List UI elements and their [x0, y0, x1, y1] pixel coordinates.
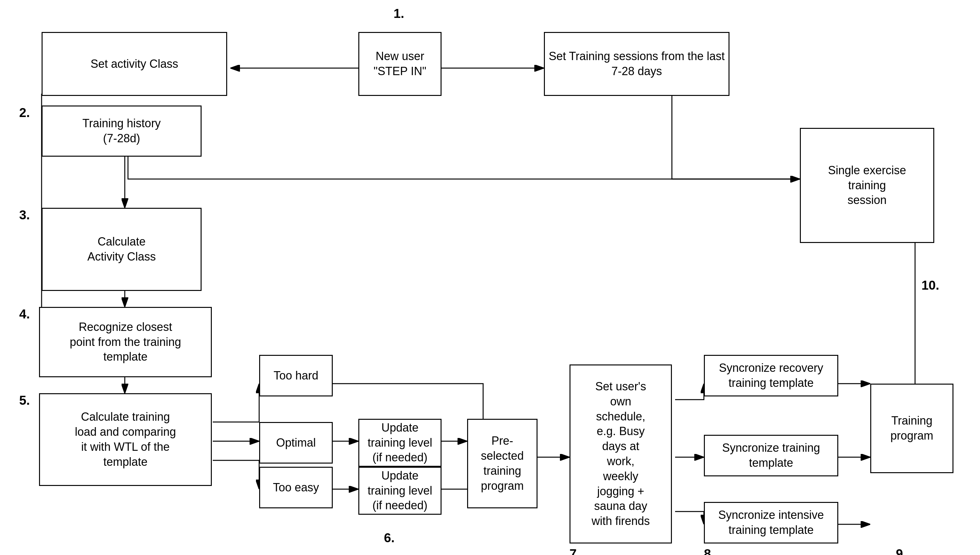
box-new-user: New user "STEP IN" — [358, 32, 441, 96]
step-label-2: 2. — [19, 106, 30, 120]
box-syncronize-recovery: Syncronize recovery training template — [704, 355, 838, 396]
step-label-5: 5. — [19, 393, 30, 407]
box-update-training-2: Update training level (if needed) — [358, 467, 441, 515]
box-preselected: Pre- selected training program — [467, 419, 537, 508]
step-label-8: 8. — [704, 547, 714, 555]
box-syncronize-intensive: Syncronize intensive training template — [704, 502, 838, 544]
box-recognize-closest: Recognize closest point from the trainin… — [39, 307, 212, 377]
step-label-1: 1. — [394, 6, 404, 21]
box-optimal: Optimal — [259, 422, 333, 464]
step-label-7: 7. — [570, 547, 580, 555]
box-calculate-training-load: Calculate training load and comparing it… — [39, 393, 212, 486]
box-set-activity-class: Set activity Class — [42, 32, 227, 96]
step-label-6: 6. — [384, 531, 394, 545]
step-label-4: 4. — [19, 307, 30, 321]
box-training-program: Training program — [870, 383, 953, 473]
step-label-9: 9. — [896, 547, 906, 555]
box-set-user-schedule: Set user's own schedule, e.g. Busy days … — [570, 364, 672, 544]
box-too-easy: Too easy — [259, 467, 333, 508]
box-single-exercise: Single exercise training session — [800, 128, 934, 243]
box-syncronize-training: Syncronize training template — [704, 435, 838, 476]
box-training-history: Training history (7-28d) — [42, 106, 201, 157]
step-label-10: 10. — [922, 278, 939, 292]
box-update-training-1: Update training level (if needed) — [358, 419, 441, 467]
box-too-hard: Too hard — [259, 355, 333, 396]
box-calculate-activity: Calculate Activity Class — [42, 208, 201, 291]
box-set-training-sessions: Set Training sessions from the last 7-28… — [544, 32, 729, 96]
diagram: 1. Set activity Class New user "STEP IN"… — [0, 0, 980, 555]
step-label-3: 3. — [19, 208, 30, 222]
